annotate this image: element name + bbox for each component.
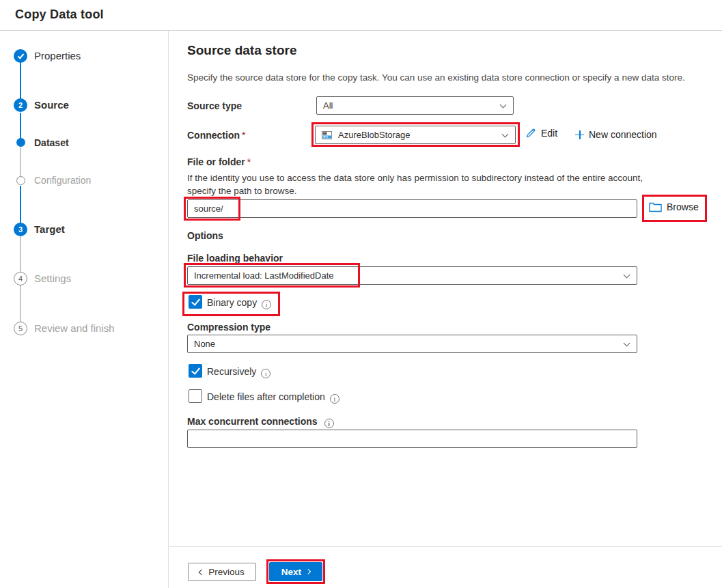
options-heading: Options [187,230,223,241]
browse-button[interactable]: Browse [649,201,699,212]
browse-label: Browse [667,201,699,212]
step-connector [20,113,21,138]
next-button[interactable]: Next [269,562,322,581]
compression-type-value: None [194,339,215,349]
compression-type-dropdown[interactable]: None [187,335,637,353]
delete-files-checkbox[interactable] [189,389,202,403]
folder-icon [649,202,662,212]
required-asterisk: * [247,156,251,167]
max-concurrent-input[interactable] [187,430,637,448]
step-number-badge: 4 [14,272,27,285]
connection-dropdown[interactable]: AzureBlobStorage [315,126,516,144]
recursively-label: Recursivelyi [207,366,270,378]
source-type-value: All [323,100,333,111]
step-connector [20,186,21,223]
step-label: Dataset [34,137,69,148]
page-title: Copy Data tool [15,8,104,22]
chevron-down-icon [624,340,630,347]
step-label: Properties [34,50,81,61]
chevron-left-icon [199,569,204,574]
step-label: Configuration [34,175,91,186]
file-or-folder-input[interactable] [187,199,637,218]
footer-divider [169,546,722,547]
section-description: Specify the source data store for the co… [187,72,685,83]
binary-copy-checkbox[interactable] [189,295,202,309]
file-loading-behavior-value: Incremental load: LastModifiedDate [194,270,334,281]
plus-icon [575,130,584,139]
chevron-down-icon [624,272,630,279]
file-loading-behavior-label: File loading behavior [187,253,283,264]
binary-copy-label: Binary copyi [207,297,271,309]
dot-icon [16,138,25,147]
compression-type-label: Compression type [187,322,270,333]
info-icon[interactable]: i [262,300,271,309]
new-connection-label: New connection [589,129,657,140]
check-icon [14,49,27,63]
step-label: Review and finish [34,322,115,334]
chevron-down-icon [502,131,509,138]
step-label: Settings [34,272,71,284]
step-connector [20,63,21,100]
source-type-dropdown[interactable]: All [316,96,514,115]
source-type-label: Source type [187,100,242,111]
step-number-badge: 2 [14,98,27,112]
new-connection-link[interactable]: New connection [575,129,657,140]
step-connector [20,148,21,176]
step-label: Source [34,99,69,111]
section-title: Source data store [187,43,297,58]
step-label: Target [34,223,65,235]
previous-button[interactable]: Previous [188,563,256,581]
file-or-folder-label: File or folder* [187,156,251,167]
step-connector [20,236,21,272]
recursively-checkbox[interactable] [189,364,202,378]
header: Copy Data tool [0,0,722,31]
step-connector [20,285,21,322]
info-icon[interactable]: i [324,419,334,428]
required-asterisk: * [242,130,245,141]
file-loading-behavior-dropdown[interactable]: Incremental load: LastModifiedDate [187,266,637,285]
file-or-folder-description: If the identity you use to access the da… [187,171,645,197]
connection-label: Connection* [187,130,245,141]
circle-icon [16,176,25,185]
info-icon[interactable]: i [261,369,270,378]
copy-data-tool-window: Copy Data tool Properties 2 Source Datas… [0,0,722,588]
delete-files-label: Delete files after completioni [207,391,339,404]
step-number-badge: 3 [14,223,27,236]
wizard-sidebar: Properties 2 Source Dataset Configuratio… [0,31,169,588]
edit-connection-link[interactable]: Edit [525,128,557,139]
chevron-right-icon [305,569,311,574]
pencil-icon [525,128,536,139]
edit-label: Edit [541,128,557,139]
step-number-badge: 5 [14,322,27,335]
azure-blob-storage-icon [322,131,332,139]
connection-value: AzureBlobStorage [338,130,411,140]
max-concurrent-label: Max concurrent connectionsi [187,416,334,428]
chevron-down-icon [500,102,507,109]
info-icon[interactable]: i [330,394,339,404]
